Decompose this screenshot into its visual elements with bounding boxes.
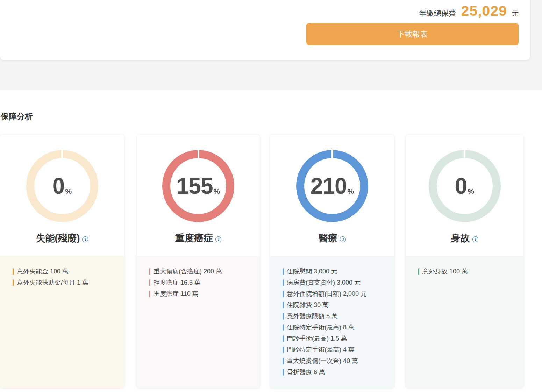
benefit-item: 住院慰問 3,000 元 xyxy=(283,266,389,277)
donut-ring: 210 % xyxy=(296,150,368,222)
benefit-item-text: 意外失能扶助金/每月 1 萬 xyxy=(17,278,88,287)
benefit-item: 骨折醫療 6 萬 xyxy=(283,366,389,378)
benefit-item-text: 意外醫療限額 5 萬 xyxy=(287,312,338,320)
donut-ring: 0 % xyxy=(26,150,98,222)
benefit-list-medical: 住院慰問 3,000 元 病房費(實支實付) 3,000 元 意外住院增額(日額… xyxy=(270,256,394,388)
benefit-item-bar xyxy=(283,291,284,297)
card-title-disability: 失能(殘廢) xyxy=(36,232,80,244)
benefit-item-bar xyxy=(283,302,284,308)
card-title-row: 失能(殘廢) i xyxy=(0,232,124,244)
benefit-item-text: 門診特定手術(最高) 4 萬 xyxy=(287,345,355,354)
benefit-item-text: 住院雜費 30 萬 xyxy=(287,301,329,309)
benefit-item: 意外失能扶助金/每月 1 萬 xyxy=(13,277,119,288)
benefit-item-text: 意外身故 100 萬 xyxy=(422,267,468,276)
benefit-item-bar xyxy=(283,313,284,320)
coverage-card-death: 0 % 身故 i 意外身故 100 萬 xyxy=(406,135,523,388)
percent-value: 155 xyxy=(177,173,213,199)
donut-ring-notch xyxy=(61,150,63,159)
benefit-item-text: 意外失能金 100 萬 xyxy=(17,267,69,276)
benefit-item-text: 意外住院增額(日額) 2,000 元 xyxy=(287,290,367,298)
percent-sign: % xyxy=(214,187,220,195)
benefit-item-text: 住院特定手術(最高) 8 萬 xyxy=(287,323,355,332)
benefit-item-bar xyxy=(283,358,284,364)
coverage-analysis-title: 保障分析 xyxy=(1,111,33,122)
percent-readout: 210 % xyxy=(311,173,354,199)
benefit-item: 住院特定手術(最高) 8 萬 xyxy=(283,322,389,333)
benefit-item-bar xyxy=(283,335,284,342)
benefit-item-bar xyxy=(13,268,14,275)
info-icon[interactable]: i xyxy=(340,236,346,242)
annual-premium-row: 年繳總保費 25,029 元 xyxy=(419,3,519,19)
info-icon[interactable]: i xyxy=(215,236,221,242)
donut-ring: 0 % xyxy=(429,150,501,222)
benefit-item: 重大燒燙傷(一次金) 40 萬 xyxy=(283,355,389,366)
donut-ring-notch xyxy=(331,150,333,159)
coverage-card-severe-cancer: 155 % 重度癌症 i 重大傷病(含癌症) 200 萬 輕度癌症 16.5 萬… xyxy=(137,135,260,388)
percent-value: 0 xyxy=(52,173,65,199)
benefit-item: 重度癌症 110 萬 xyxy=(149,288,254,299)
benefit-item-bar xyxy=(283,279,284,286)
card-title-row: 重度癌症 i xyxy=(137,232,260,244)
premium-summary-card: 年繳總保費 25,029 元 下載報表 xyxy=(0,0,530,60)
benefit-item-bar xyxy=(283,369,284,376)
benefit-item-bar xyxy=(149,279,150,286)
annual-premium-unit: 元 xyxy=(512,9,519,18)
percent-value: 0 xyxy=(455,173,467,199)
benefit-item-bar xyxy=(283,324,284,331)
benefit-item-bar xyxy=(149,268,150,275)
card-title-death: 身故 xyxy=(451,232,470,244)
download-report-button[interactable]: 下載報表 xyxy=(306,23,519,45)
benefit-item: 病房費(實支實付) 3,000 元 xyxy=(283,277,389,288)
benefit-item-text: 病房費(實支實付) 3,000 元 xyxy=(287,278,361,287)
benefit-item: 意外失能金 100 萬 xyxy=(13,266,119,277)
benefit-item: 意外身故 100 萬 xyxy=(418,266,518,277)
card-title-severe-cancer: 重度癌症 xyxy=(175,232,213,244)
benefit-item-text: 輕度癌症 16.5 萬 xyxy=(154,278,201,287)
card-title-medical: 醫療 xyxy=(319,232,337,244)
percent-value: 210 xyxy=(311,173,347,199)
percent-readout: 0 % xyxy=(455,173,474,199)
benefit-item: 意外醫療限額 5 萬 xyxy=(283,311,389,322)
percent-sign: % xyxy=(468,187,474,195)
donut-ring-notch xyxy=(464,150,465,159)
benefit-item-bar xyxy=(283,268,284,275)
percent-readout: 155 % xyxy=(177,173,220,199)
benefit-item: 門診手術(最高) 1.5 萬 xyxy=(283,333,389,344)
benefit-item-text: 骨折醫療 6 萬 xyxy=(287,368,325,376)
benefit-list-disability: 意外失能金 100 萬 意外失能扶助金/每月 1 萬 xyxy=(0,256,124,388)
benefit-item: 輕度癌症 16.5 萬 xyxy=(149,277,254,288)
donut-ring: 155 % xyxy=(162,150,234,222)
info-icon[interactable]: i xyxy=(472,236,478,242)
benefit-item-bar xyxy=(418,268,419,275)
coverage-card-disability: 0 % 失能(殘廢) i 意外失能金 100 萬 意外失能扶助金/每月 1 萬 xyxy=(0,135,124,388)
benefit-list-death: 意外身故 100 萬 xyxy=(406,256,523,388)
benefit-item: 重大傷病(含癌症) 200 萬 xyxy=(149,266,254,277)
benefit-item: 住院雜費 30 萬 xyxy=(283,299,389,311)
percent-readout: 0 % xyxy=(52,173,72,199)
donut-ring-notch xyxy=(198,150,199,159)
card-title-row: 身故 i xyxy=(406,232,523,244)
benefit-item-text: 住院慰問 3,000 元 xyxy=(287,267,337,276)
benefit-item-bar xyxy=(149,291,150,297)
benefit-item: 意外住院增額(日額) 2,000 元 xyxy=(283,288,389,299)
annual-premium-label: 年繳總保費 xyxy=(419,8,456,18)
benefit-item-bar xyxy=(13,279,14,286)
benefit-list-severe-cancer: 重大傷病(含癌症) 200 萬 輕度癌症 16.5 萬 重度癌症 110 萬 xyxy=(137,256,260,388)
annual-premium-value: 25,029 xyxy=(461,3,507,19)
percent-sign: % xyxy=(65,187,72,195)
benefit-item-bar xyxy=(283,347,284,353)
percent-sign: % xyxy=(348,187,354,195)
coverage-card-medical: 210 % 醫療 i 住院慰問 3,000 元 病房費(實支實付) 3,000 … xyxy=(270,135,394,388)
benefit-item-text: 重大傷病(含癌症) 200 萬 xyxy=(154,267,222,276)
benefit-item-text: 重大燒燙傷(一次金) 40 萬 xyxy=(287,357,358,365)
info-icon[interactable]: i xyxy=(82,236,88,242)
benefit-item-text: 重度癌症 110 萬 xyxy=(154,290,199,298)
card-title-row: 醫療 i xyxy=(270,232,394,244)
benefit-item-text: 門診手術(最高) 1.5 萬 xyxy=(287,334,347,343)
benefit-item: 門診特定手術(最高) 4 萬 xyxy=(283,344,389,355)
